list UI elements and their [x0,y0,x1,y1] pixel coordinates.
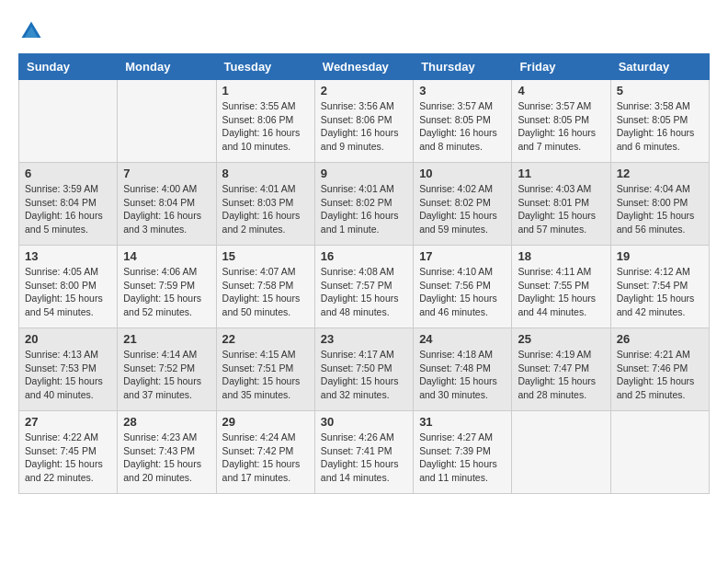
day-info: Sunrise: 3:58 AM Sunset: 8:05 PM Dayligh… [617,99,703,154]
day-number: 27 [25,415,111,429]
day-cell: 23Sunrise: 4:17 AM Sunset: 7:50 PM Dayli… [314,328,413,411]
day-cell [19,80,118,163]
logo-icon [18,18,44,44]
day-info: Sunrise: 4:02 AM Sunset: 8:02 PM Dayligh… [419,182,506,236]
week-row-2: 13Sunrise: 4:05 AM Sunset: 8:00 PM Dayli… [19,246,710,328]
day-info: Sunrise: 4:01 AM Sunset: 8:02 PM Dayligh… [321,182,407,236]
day-info: Sunrise: 4:08 AM Sunset: 7:57 PM Dayligh… [321,265,407,319]
day-cell: 1Sunrise: 3:55 AM Sunset: 8:06 PM Daylig… [216,80,314,163]
day-number: 9 [321,167,407,180]
day-number: 26 [617,332,703,346]
day-cell: 5Sunrise: 3:58 AM Sunset: 8:05 PM Daylig… [610,80,709,163]
day-info: Sunrise: 4:11 AM Sunset: 7:55 PM Dayligh… [518,265,604,319]
day-cell: 31Sunrise: 4:27 AM Sunset: 7:39 PM Dayli… [414,411,512,494]
day-info: Sunrise: 3:59 AM Sunset: 8:04 PM Dayligh… [25,182,111,236]
day-number: 6 [25,167,111,180]
week-row-0: 1Sunrise: 3:55 AM Sunset: 8:06 PM Daylig… [19,80,710,163]
day-info: Sunrise: 4:01 AM Sunset: 8:03 PM Dayligh… [222,182,309,236]
day-number: 5 [617,84,703,98]
day-number: 28 [123,415,210,429]
day-info: Sunrise: 3:57 AM Sunset: 8:05 PM Dayligh… [419,99,506,154]
day-cell: 2Sunrise: 3:56 AM Sunset: 8:06 PM Daylig… [314,80,413,163]
day-info: Sunrise: 4:24 AM Sunset: 7:42 PM Dayligh… [222,431,309,485]
day-cell: 28Sunrise: 4:23 AM Sunset: 7:43 PM Dayli… [118,411,216,494]
day-info: Sunrise: 3:55 AM Sunset: 8:06 PM Dayligh… [222,99,309,154]
day-cell: 12Sunrise: 4:04 AM Sunset: 8:00 PM Dayli… [610,163,709,246]
day-number: 14 [123,249,210,263]
day-info: Sunrise: 4:10 AM Sunset: 7:56 PM Dayligh… [419,265,506,319]
day-number: 11 [518,167,604,180]
day-info: Sunrise: 3:57 AM Sunset: 8:05 PM Dayligh… [518,99,604,154]
header-sunday: Sunday [19,54,118,80]
day-info: Sunrise: 4:07 AM Sunset: 7:58 PM Dayligh… [222,265,309,319]
logo [18,18,48,44]
day-number: 21 [123,332,210,346]
day-cell: 18Sunrise: 4:11 AM Sunset: 7:55 PM Dayli… [512,246,610,328]
day-cell: 14Sunrise: 4:06 AM Sunset: 7:59 PM Dayli… [118,246,216,328]
day-info: Sunrise: 4:22 AM Sunset: 7:45 PM Dayligh… [25,431,111,485]
day-cell: 22Sunrise: 4:15 AM Sunset: 7:51 PM Dayli… [216,328,314,411]
day-info: Sunrise: 4:12 AM Sunset: 7:54 PM Dayligh… [617,265,703,319]
header-saturday: Saturday [610,54,709,80]
day-info: Sunrise: 4:05 AM Sunset: 8:00 PM Dayligh… [25,265,111,319]
day-cell: 24Sunrise: 4:18 AM Sunset: 7:48 PM Dayli… [414,328,512,411]
day-number: 23 [321,332,407,346]
day-number: 19 [617,249,703,263]
day-number: 30 [321,415,407,429]
day-cell: 27Sunrise: 4:22 AM Sunset: 7:45 PM Dayli… [19,411,118,494]
day-number: 8 [222,167,309,180]
day-number: 13 [25,249,111,263]
day-number: 15 [222,249,309,263]
day-cell: 30Sunrise: 4:26 AM Sunset: 7:41 PM Dayli… [314,411,413,494]
day-number: 3 [419,84,506,98]
day-cell [512,411,610,494]
header-friday: Friday [512,54,610,80]
day-number: 1 [222,84,309,98]
day-info: Sunrise: 4:14 AM Sunset: 7:52 PM Dayligh… [123,348,210,402]
day-cell: 4Sunrise: 3:57 AM Sunset: 8:05 PM Daylig… [512,80,610,163]
day-info: Sunrise: 4:06 AM Sunset: 7:59 PM Dayligh… [123,265,210,319]
week-row-3: 20Sunrise: 4:13 AM Sunset: 7:53 PM Dayli… [19,328,710,411]
day-cell: 26Sunrise: 4:21 AM Sunset: 7:46 PM Dayli… [610,328,709,411]
day-info: Sunrise: 4:03 AM Sunset: 8:01 PM Dayligh… [518,182,604,236]
day-info: Sunrise: 4:23 AM Sunset: 7:43 PM Dayligh… [123,431,210,485]
day-number: 18 [518,249,604,263]
day-cell: 25Sunrise: 4:19 AM Sunset: 7:47 PM Dayli… [512,328,610,411]
day-info: Sunrise: 4:26 AM Sunset: 7:41 PM Dayligh… [321,431,407,485]
day-info: Sunrise: 4:17 AM Sunset: 7:50 PM Dayligh… [321,348,407,402]
day-cell: 7Sunrise: 4:00 AM Sunset: 8:04 PM Daylig… [118,163,216,246]
day-cell: 16Sunrise: 4:08 AM Sunset: 7:57 PM Dayli… [314,246,413,328]
week-row-1: 6Sunrise: 3:59 AM Sunset: 8:04 PM Daylig… [19,163,710,246]
calendar-header-row: SundayMondayTuesdayWednesdayThursdayFrid… [19,54,710,80]
day-cell: 17Sunrise: 4:10 AM Sunset: 7:56 PM Dayli… [414,246,512,328]
week-row-4: 27Sunrise: 4:22 AM Sunset: 7:45 PM Dayli… [19,411,710,494]
day-number: 22 [222,332,309,346]
day-number: 2 [321,84,407,98]
day-info: Sunrise: 4:13 AM Sunset: 7:53 PM Dayligh… [25,348,111,402]
day-info: Sunrise: 4:18 AM Sunset: 7:48 PM Dayligh… [419,348,506,402]
day-cell: 19Sunrise: 4:12 AM Sunset: 7:54 PM Dayli… [610,246,709,328]
day-cell [610,411,709,494]
header-wednesday: Wednesday [314,54,413,80]
calendar-table: SundayMondayTuesdayWednesdayThursdayFrid… [18,53,710,494]
day-number: 12 [617,167,703,180]
day-number: 17 [419,249,506,263]
day-cell: 10Sunrise: 4:02 AM Sunset: 8:02 PM Dayli… [414,163,512,246]
day-cell: 21Sunrise: 4:14 AM Sunset: 7:52 PM Dayli… [118,328,216,411]
day-number: 20 [25,332,111,346]
day-cell: 8Sunrise: 4:01 AM Sunset: 8:03 PM Daylig… [216,163,314,246]
day-info: Sunrise: 4:04 AM Sunset: 8:00 PM Dayligh… [617,182,703,236]
header-tuesday: Tuesday [216,54,314,80]
day-number: 16 [321,249,407,263]
day-number: 29 [222,415,309,429]
page-header [18,18,710,44]
day-info: Sunrise: 3:56 AM Sunset: 8:06 PM Dayligh… [321,99,407,154]
day-cell: 20Sunrise: 4:13 AM Sunset: 7:53 PM Dayli… [19,328,118,411]
day-cell: 9Sunrise: 4:01 AM Sunset: 8:02 PM Daylig… [314,163,413,246]
day-cell: 15Sunrise: 4:07 AM Sunset: 7:58 PM Dayli… [216,246,314,328]
day-info: Sunrise: 4:21 AM Sunset: 7:46 PM Dayligh… [617,348,703,402]
day-number: 31 [419,415,506,429]
day-cell: 29Sunrise: 4:24 AM Sunset: 7:42 PM Dayli… [216,411,314,494]
header-thursday: Thursday [414,54,512,80]
day-info: Sunrise: 4:27 AM Sunset: 7:39 PM Dayligh… [419,431,506,485]
